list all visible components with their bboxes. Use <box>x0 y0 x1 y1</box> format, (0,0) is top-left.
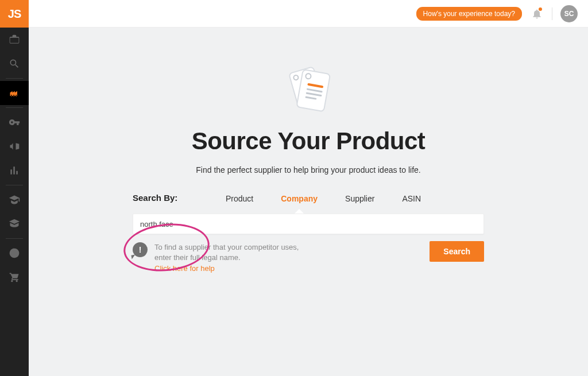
bar-chart-icon <box>9 165 20 176</box>
search-icon <box>9 58 20 69</box>
sidebar-item-learn[interactable] <box>0 212 29 236</box>
megaphone-icon <box>9 141 20 152</box>
sidebar-divider <box>6 238 23 239</box>
sidebar-item-academy[interactable] <box>0 188 29 212</box>
briefcase-icon <box>9 34 20 45</box>
sidebar-item-analytics[interactable] <box>0 158 29 183</box>
sidebar-divider <box>6 78 23 79</box>
topbar: How's your experience today? SC <box>29 0 588 28</box>
pie-icon <box>9 247 20 259</box>
search-by-label: Search By: <box>133 193 177 203</box>
graduation-cap-icon <box>9 194 20 206</box>
hint-row: To find a supplier that your competitor … <box>133 242 484 274</box>
notifications-button[interactable] <box>530 7 544 21</box>
key-icon <box>9 117 20 128</box>
sidebar-item-splits[interactable] <box>0 241 29 265</box>
tab-asin[interactable]: ASIN <box>402 194 421 208</box>
tab-company[interactable]: Company <box>281 194 318 208</box>
sidebar-item-keywords[interactable] <box>0 110 29 134</box>
brand-logo[interactable]: JS <box>0 0 29 28</box>
cart-icon <box>9 272 20 283</box>
search-button[interactable]: Search <box>430 241 484 262</box>
svg-point-1 <box>293 75 299 80</box>
feedback-pill[interactable]: How's your experience today? <box>416 7 522 21</box>
search-tabs: Product Company Supplier ASIN <box>226 194 421 208</box>
sidebar-item-supplier-db[interactable] <box>0 81 29 105</box>
hint-line-2: enter their full legal name. <box>154 253 241 262</box>
main-content: Source Your Product Find the perfect sup… <box>29 28 588 376</box>
search-by-row: Search By: Product Company Supplier ASIN <box>133 194 484 208</box>
info-bubble-icon <box>133 242 148 257</box>
factory-icon <box>9 87 20 99</box>
hint-text: To find a supplier that your competitor … <box>154 242 299 274</box>
notification-dot-icon <box>539 7 542 11</box>
sidebar-divider <box>6 185 23 185</box>
tab-product[interactable]: Product <box>226 194 253 208</box>
sidebar-divider <box>6 107 23 108</box>
page-title: Source Your Product <box>192 127 425 155</box>
svg-point-3 <box>305 73 311 79</box>
search-input[interactable] <box>133 214 484 234</box>
mortarboard-icon <box>9 218 20 230</box>
avatar[interactable]: SC <box>560 5 578 22</box>
price-tags-illustration <box>277 61 340 121</box>
divider <box>552 7 552 20</box>
sidebar-item-home[interactable] <box>0 28 29 52</box>
sidebar-item-campaigns[interactable] <box>0 134 29 158</box>
sidebar-item-cart[interactable] <box>0 265 29 289</box>
tab-supplier[interactable]: Supplier <box>345 194 374 208</box>
page-subtitle: Find the perfect supplier to help bring … <box>196 165 420 175</box>
sidebar: JS <box>0 0 29 376</box>
sidebar-item-search[interactable] <box>0 52 29 76</box>
help-link[interactable]: Click here for help <box>154 263 299 274</box>
hint-line-1: To find a supplier that your competitor … <box>154 243 299 251</box>
